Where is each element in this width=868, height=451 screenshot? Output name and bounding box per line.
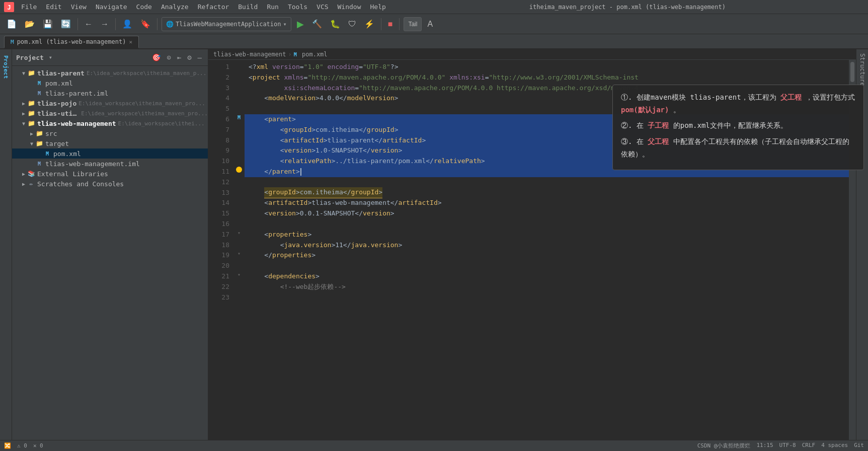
tab-pom-xml[interactable]: M pom.xml (tlias-web-management) ✕ bbox=[4, 36, 139, 48]
save-button[interactable]: 💾 bbox=[40, 19, 55, 30]
coverage-button[interactable]: 🛡 bbox=[346, 19, 359, 30]
status-encoding[interactable]: UTF-8 bbox=[779, 442, 796, 449]
back-button[interactable]: ← bbox=[82, 19, 95, 30]
folder-src-icon: 📁 bbox=[35, 129, 43, 137]
tree-item-tlias-parent-iml[interactable]: M tlias-parent.iml bbox=[12, 88, 208, 98]
code-line-13: <groupId>com.itheima</groupId> bbox=[245, 188, 849, 198]
sidebar: Project ▾ 🎯 ⊙ ⇤ ⚙ — ▼ 📁 tlias-parent E:\… bbox=[12, 49, 208, 440]
stop-button[interactable]: ■ bbox=[385, 19, 396, 30]
tlias-utils-path: E:\idea_workspace\itheima_maven_pro... bbox=[81, 110, 208, 117]
tree-item-tlias-utils[interactable]: ▶ 📁 tlias-utils E:\idea_workspace\itheim… bbox=[12, 108, 208, 118]
recent-files-button[interactable]: 👤 bbox=[120, 19, 135, 30]
tree-item-external-libs[interactable]: ▶ 📚 External Libraries bbox=[12, 169, 208, 179]
status-crlf[interactable]: CRLF bbox=[802, 442, 816, 449]
breadcrumb-file-label: pom.xml bbox=[302, 51, 328, 58]
folder-pojo-icon: 📁 bbox=[27, 99, 35, 107]
settings-icon[interactable]: ⚙ bbox=[185, 52, 193, 62]
menu-navigate[interactable]: Navigate bbox=[92, 2, 131, 12]
folder-target-icon: 📁 bbox=[35, 139, 43, 147]
toolbar-separator-2 bbox=[115, 18, 116, 30]
status-line-col[interactable]: 11:15 bbox=[756, 442, 773, 449]
annotation-2: ②. 在 子工程 的pom.xml文件中，配置继承关系。 bbox=[621, 119, 855, 132]
menu-vcs[interactable]: VCS bbox=[312, 2, 332, 12]
tree-item-scratches[interactable]: ▶ ✏️ Scratches and Consoles bbox=[12, 179, 208, 189]
status-errors: ✕ 0 bbox=[33, 442, 43, 449]
fold-icon-19: ▾ bbox=[238, 251, 241, 256]
gutter-fold-17[interactable]: ▾ bbox=[233, 228, 245, 238]
tree-item-target[interactable]: ▼ 📁 target bbox=[12, 138, 208, 148]
scrollbar-thumb[interactable] bbox=[850, 62, 854, 82]
gutter-fold-19[interactable]: ▾ bbox=[233, 248, 245, 259]
code-line-2: <project xmlns="http://maven.apache.org/… bbox=[245, 72, 849, 83]
locate-icon[interactable]: 🎯 bbox=[150, 52, 163, 62]
menu-tools[interactable]: Tools bbox=[284, 2, 311, 12]
src-label: src bbox=[45, 130, 57, 137]
tail-button[interactable]: Tail bbox=[404, 17, 422, 31]
run-configuration-dropdown[interactable]: 🌐 TliasWebManagementApplication ▾ bbox=[162, 17, 291, 31]
open-button[interactable]: 📂 bbox=[22, 19, 37, 30]
scratches-icon: ✏️ bbox=[27, 180, 35, 188]
folder-web-icon: 📁 bbox=[27, 119, 35, 127]
sidebar-title: Project bbox=[16, 54, 44, 61]
tree-item-tlias-parent[interactable]: ▼ 📁 tlias-parent E:\idea_workspace\ithei… bbox=[12, 68, 208, 78]
new-file-button[interactable]: 📄 bbox=[4, 19, 19, 30]
menu-edit[interactable]: Edit bbox=[42, 2, 65, 12]
toolbar-separator-4 bbox=[381, 18, 381, 30]
menu-build[interactable]: Build bbox=[234, 2, 262, 12]
scroll-to-center-icon[interactable]: ⊙ bbox=[165, 52, 173, 62]
status-indent[interactable]: 4 spaces bbox=[821, 442, 848, 449]
ln-3: 3 bbox=[214, 83, 229, 94]
tree-item-tlias-web-management[interactable]: ▼ 📁 tlias-web-management E:\idea_workspa… bbox=[12, 118, 208, 128]
menu-bar: J File Edit View Navigate Code Analyze R… bbox=[0, 0, 868, 14]
translate-button[interactable]: A bbox=[425, 19, 435, 30]
toolbar-separator-1 bbox=[77, 18, 78, 30]
gutter-fold-21[interactable]: ▾ bbox=[233, 269, 245, 280]
tree-item-web-iml[interactable]: M tlias-web-management.iml bbox=[12, 159, 208, 169]
ln-10: 10 bbox=[214, 156, 229, 167]
ln-17: 17 bbox=[214, 230, 229, 240]
tab-close-icon[interactable]: ✕ bbox=[129, 39, 132, 45]
sidebar-tree: ▼ 📁 tlias-parent E:\idea_workspace\ithei… bbox=[12, 66, 208, 440]
structure-tool-btn[interactable]: Structure bbox=[858, 51, 867, 88]
folder-icon: 📁 bbox=[27, 69, 35, 77]
collapse-all-icon[interactable]: ⇤ bbox=[175, 52, 183, 62]
breadcrumb-file-icon: M bbox=[294, 52, 297, 57]
code-line-22: <!--web起步依赖--> bbox=[245, 282, 849, 292]
tab-bar: M pom.xml (tlias-web-management) ✕ bbox=[0, 34, 868, 49]
code-line-15: <version>0.0.1-SNAPSHOT</version> bbox=[245, 208, 849, 219]
tree-item-tlias-pojo[interactable]: ▶ 📁 tlias-pojo E:\idea_workspace\itheima… bbox=[12, 98, 208, 108]
tree-item-pom-xml-web[interactable]: M pom.xml bbox=[12, 148, 208, 159]
run-button[interactable]: ▶ bbox=[294, 18, 306, 30]
build-button[interactable]: 🔨 bbox=[309, 19, 325, 30]
gutter-debug-dot[interactable] bbox=[233, 165, 245, 175]
sync-button[interactable]: 🔄 bbox=[58, 19, 73, 30]
tlias-utils-label: tlias-utils bbox=[37, 110, 79, 117]
tlias-web-management-label: tlias-web-management bbox=[37, 120, 116, 127]
ln-13: 13 bbox=[214, 188, 229, 198]
sidebar-dropdown-icon[interactable]: ▾ bbox=[49, 54, 52, 61]
ln-22: 22 bbox=[214, 282, 229, 292]
ln-9: 9 bbox=[214, 145, 229, 156]
debug-button[interactable]: 🐛 bbox=[328, 19, 343, 30]
bookmark-button[interactable]: 🔖 bbox=[138, 19, 153, 30]
tree-item-src[interactable]: ▶ 📁 src bbox=[12, 128, 208, 138]
close-sidebar-icon[interactable]: — bbox=[196, 52, 204, 62]
menu-file[interactable]: File bbox=[17, 2, 41, 12]
menu-run[interactable]: Run bbox=[263, 2, 282, 12]
profile-button[interactable]: ⚡ bbox=[362, 19, 377, 30]
menu-analyze[interactable]: Analyze bbox=[157, 2, 193, 12]
ln-4: 4 bbox=[214, 93, 229, 104]
ln-16: 16 bbox=[214, 219, 229, 230]
menu-code[interactable]: Code bbox=[132, 2, 156, 12]
project-vtab[interactable]: Project bbox=[3, 53, 9, 81]
tree-item-pom-xml-parent[interactable]: M pom.xml bbox=[12, 78, 208, 88]
tlias-web-management-path: E:\idea_workspace\ithei... bbox=[118, 120, 205, 127]
web-iml-icon: M bbox=[35, 160, 43, 168]
menu-help[interactable]: Help bbox=[366, 2, 390, 12]
menu-refactor[interactable]: Refactor bbox=[194, 2, 233, 12]
menu-window[interactable]: Window bbox=[334, 2, 365, 12]
forward-button[interactable]: → bbox=[98, 19, 111, 30]
tlias-pojo-path: E:\idea_workspace\itheima_maven_pro... bbox=[78, 100, 205, 107]
menu-view[interactable]: View bbox=[67, 2, 91, 12]
debug-dot-icon bbox=[236, 167, 242, 173]
